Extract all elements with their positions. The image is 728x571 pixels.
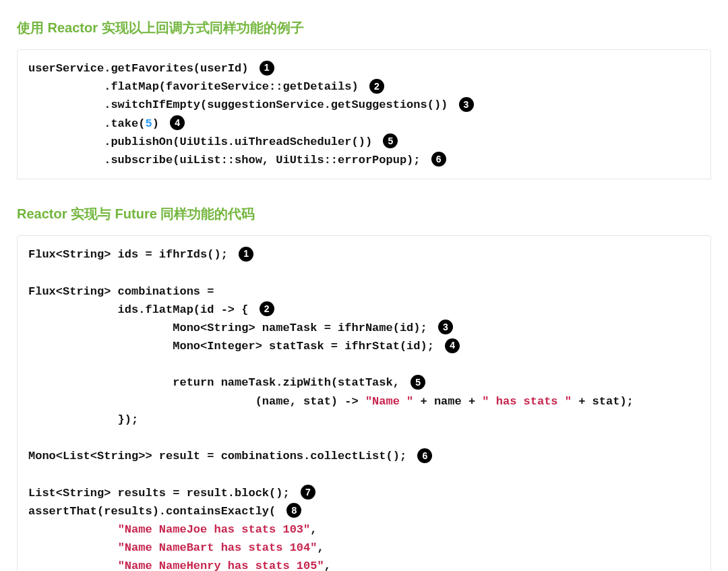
- code-line: });: [28, 413, 138, 426]
- code-line: .publishOn(UiUtils.uiThreadScheduler()): [28, 136, 379, 148]
- string-literal: " has stats ": [482, 395, 572, 408]
- code-line: .take(: [28, 117, 145, 130]
- code-line: Mono<Integer> statTask = ifhrStat(id);: [28, 340, 441, 353]
- annotation-badge-6: 6: [417, 448, 432, 463]
- code-line: Mono<String> nameTask = ifhrName(id);: [28, 322, 434, 334]
- annotation-badge-1: 1: [260, 61, 274, 76]
- annotation-badge-5: 5: [383, 133, 398, 148]
- section-1: 使用 Reactor 实现以上回调方式同样功能的例子 userService.g…: [17, 19, 711, 179]
- code-text: ,: [317, 541, 324, 554]
- annotation-badge-3: 3: [459, 97, 474, 112]
- annotation-badge-2: 2: [260, 301, 274, 316]
- annotation-badge-8: 8: [286, 503, 301, 518]
- code-block-2: Flux<String> ids = ifhrIds(); 1 Flux<Str…: [17, 235, 711, 571]
- annotation-badge-2: 2: [369, 79, 384, 94]
- code-line: ids.flatMap(id -> {: [28, 303, 255, 316]
- code-line: List<String> results = result.block();: [28, 487, 297, 500]
- code-line: .switchIfEmpty(suggestionService.getSugg…: [28, 98, 455, 111]
- section-2: Reactor 实现与 Future 同样功能的代码 Flux<String> …: [17, 205, 711, 571]
- code-text: + stat);: [572, 395, 634, 408]
- code-line: .flatMap(favoriteService::getDetails): [28, 80, 365, 93]
- code-line: userService.getFavorites(userId): [28, 62, 255, 75]
- annotation-badge-3: 3: [438, 320, 453, 334]
- code-line: Flux<String> combinations =: [28, 285, 214, 298]
- code-text: ,: [310, 523, 317, 536]
- string-literal: "Name ": [365, 395, 413, 408]
- string-literal: "Name NameJoe has stats 103": [118, 523, 311, 536]
- code-text: ,: [324, 560, 331, 571]
- code-text: [28, 560, 118, 571]
- annotation-badge-6: 6: [431, 152, 446, 167]
- string-literal: "Name NameBart has stats 104": [118, 541, 317, 554]
- string-literal: "Name NameHenry has stats 105": [118, 560, 324, 571]
- code-block-1: userService.getFavorites(userId) 1 .flat…: [17, 49, 711, 179]
- annotation-badge-5: 5: [411, 375, 425, 390]
- section-1-title: 使用 Reactor 实现以上回调方式同样功能的例子: [17, 19, 711, 37]
- code-text: [28, 541, 118, 554]
- code-text: (name, stat) ->: [28, 395, 365, 408]
- code-line: Flux<String> ids = ifhrIds();: [28, 248, 235, 261]
- code-text: + name +: [413, 395, 482, 408]
- annotation-badge-4: 4: [445, 338, 460, 353]
- code-text: nameTask.zipWith(statTask,: [214, 376, 406, 389]
- annotation-badge-1: 1: [239, 247, 253, 262]
- code-text: ): [152, 117, 166, 130]
- section-2-title: Reactor 实现与 Future 同样功能的代码: [17, 205, 711, 223]
- annotation-badge-7: 7: [301, 485, 315, 500]
- keyword-return: return: [173, 376, 214, 389]
- code-text: [28, 523, 118, 536]
- number-literal: 5: [145, 117, 152, 130]
- code-line: .subscribe(uiList::show, UiUtils::errorP…: [28, 154, 427, 167]
- code-text: [28, 376, 173, 389]
- annotation-badge-4: 4: [170, 115, 185, 130]
- code-line: Mono<List<String>> result = combinations…: [28, 450, 413, 462]
- code-line: assertThat(results).containsExactly(: [28, 505, 282, 518]
